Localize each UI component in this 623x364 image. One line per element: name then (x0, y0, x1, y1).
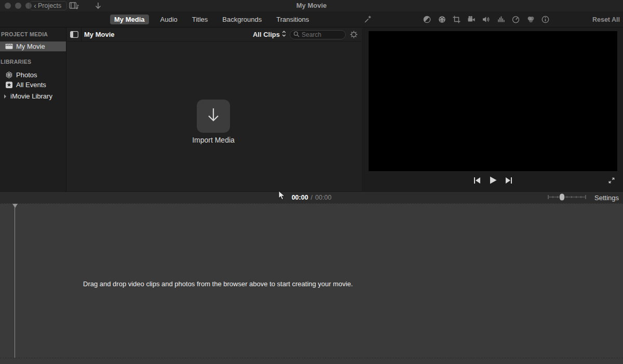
sidebar-item-label: My Movie (16, 43, 45, 50)
crop-icon[interactable] (452, 15, 461, 24)
search-field[interactable] (290, 30, 346, 39)
info-icon[interactable] (541, 15, 550, 24)
all-clips-dropdown[interactable]: All Clips (253, 27, 286, 41)
window-title: My Movie (0, 0, 623, 11)
timeline-toolbar: 00:00 / 00:00 Settings (0, 191, 623, 203)
tab-titles[interactable]: Titles (189, 15, 211, 24)
libraries-header: LIBRARIES (0, 57, 66, 67)
volume-icon[interactable] (482, 15, 491, 24)
skip-back-button[interactable] (473, 177, 481, 186)
viewer-adjust-toolbar (423, 15, 550, 24)
timeline-top-guide (0, 203, 623, 204)
speed-icon[interactable] (511, 15, 520, 24)
skip-forward-button[interactable] (505, 177, 513, 186)
viewer-panel (362, 27, 623, 191)
sidebar: PROJECT MEDIA My Movie LIBRARIES (0, 27, 66, 191)
sidebar-item-label: iMovie Library (10, 92, 52, 100)
sidebar-item-photos[interactable]: Photos (0, 70, 66, 80)
playhead-handle[interactable] (12, 204, 18, 208)
disclosure-triangle-icon[interactable] (4, 94, 6, 99)
current-time: 00:00 (292, 194, 308, 201)
all-events-star-icon (5, 81, 13, 89)
sidebar-item-all-events[interactable]: All Events (0, 80, 66, 90)
time-separator: / (311, 194, 313, 201)
fullscreen-icon[interactable] (607, 176, 616, 186)
tab-audio[interactable]: Audio (157, 15, 181, 24)
titlebar: ‹ Projects My Movie (0, 0, 623, 11)
color-balance-icon[interactable] (423, 15, 431, 24)
imovie-window: ‹ Projects My Movie My Media Audio Title… (0, 0, 623, 364)
import-media-label: Import Media (160, 136, 266, 144)
clapperboard-icon (5, 43, 13, 50)
stabilization-icon[interactable] (467, 15, 476, 24)
playhead-line (15, 207, 15, 358)
import-media-arrow-icon (205, 106, 222, 127)
media-browser: My Movie All Clips (67, 27, 361, 191)
browser-header: My Movie All Clips (67, 27, 361, 41)
reset-all-button[interactable]: Reset All (592, 11, 620, 27)
media-tabs: My Media Audio Titles Backgrounds Transi… (110, 11, 312, 27)
sidebar-item-label: All Events (16, 81, 46, 89)
viewer-screen (369, 31, 617, 171)
timeline[interactable]: Drag and drop video clips and photos fro… (0, 203, 623, 364)
sidebar-item-my-movie[interactable]: My Movie (0, 41, 66, 51)
project-media-header: PROJECT MEDIA (0, 27, 66, 41)
updown-chevrons-icon (282, 30, 286, 39)
color-correction-icon[interactable] (438, 15, 446, 24)
mouse-cursor (278, 190, 286, 203)
timeline-toolbar-right: Settings (547, 192, 619, 204)
noise-reduction-icon[interactable] (497, 15, 506, 24)
sidebar-item-imovie-library[interactable]: iMovie Library (0, 91, 66, 101)
timeline-settings-button[interactable]: Settings (594, 194, 619, 202)
search-icon (293, 30, 300, 39)
sidebar-toggle-button[interactable] (67, 27, 82, 41)
zoom-slider[interactable] (547, 193, 587, 203)
sidebar-item-label: Photos (16, 71, 37, 79)
main-content: PROJECT MEDIA My Movie LIBRARIES (0, 27, 623, 191)
all-clips-label: All Clips (253, 31, 280, 38)
tab-transitions[interactable]: Transitions (273, 15, 312, 24)
zoom-slider-thumb (560, 193, 564, 200)
play-button[interactable] (489, 176, 497, 186)
search-input[interactable] (302, 31, 342, 38)
tabstrip: My Media Audio Titles Backgrounds Transi… (0, 11, 623, 27)
clip-filter-icon[interactable] (526, 15, 535, 24)
gear-icon[interactable] (349, 30, 358, 40)
photos-flower-icon (5, 71, 13, 79)
timeline-empty-message: Drag and drop video clips and photos fro… (83, 280, 353, 288)
tab-my-media[interactable]: My Media (110, 15, 149, 24)
import-media-button[interactable] (197, 100, 230, 133)
magic-wand-icon[interactable] (363, 15, 372, 24)
tab-backgrounds[interactable]: Backgrounds (219, 15, 265, 24)
timeline-bottom-guide (0, 358, 623, 358)
total-duration: 00:00 (315, 194, 331, 201)
browser-title: My Movie (84, 27, 115, 41)
transport-controls (369, 175, 617, 187)
